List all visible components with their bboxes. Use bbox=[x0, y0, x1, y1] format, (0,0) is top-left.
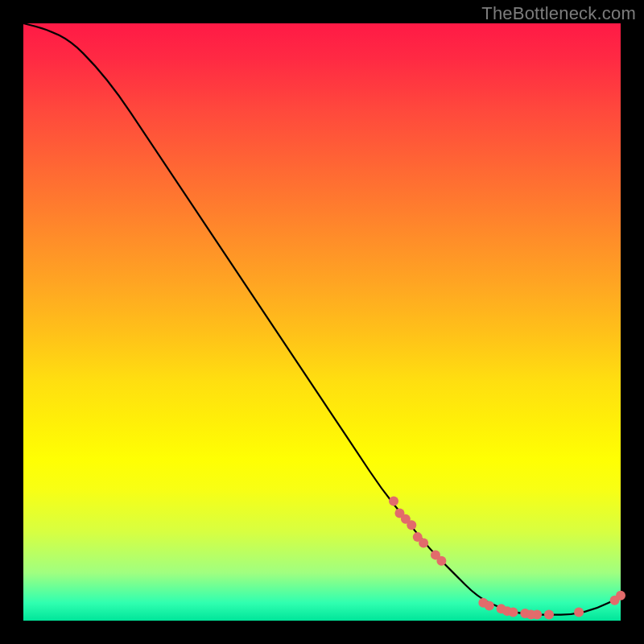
curve-layer bbox=[23, 23, 621, 621]
highlight-dot bbox=[574, 608, 584, 617]
highlight-dots bbox=[389, 497, 625, 620]
attribution-text: TheBottleneck.com bbox=[481, 3, 636, 24]
bottleneck-curve bbox=[23, 23, 621, 615]
highlight-dot bbox=[389, 497, 398, 506]
highlight-dot bbox=[532, 610, 542, 620]
highlight-dot bbox=[616, 591, 625, 601]
highlight-dot bbox=[419, 539, 428, 548]
highlight-dot bbox=[485, 601, 494, 610]
chart-stage: TheBottleneck.com bbox=[0, 0, 644, 644]
highlight-dot bbox=[407, 520, 416, 530]
highlight-dot bbox=[544, 610, 554, 620]
plot-area bbox=[23, 23, 621, 621]
highlight-dot bbox=[436, 556, 446, 566]
highlight-dot bbox=[508, 608, 518, 617]
